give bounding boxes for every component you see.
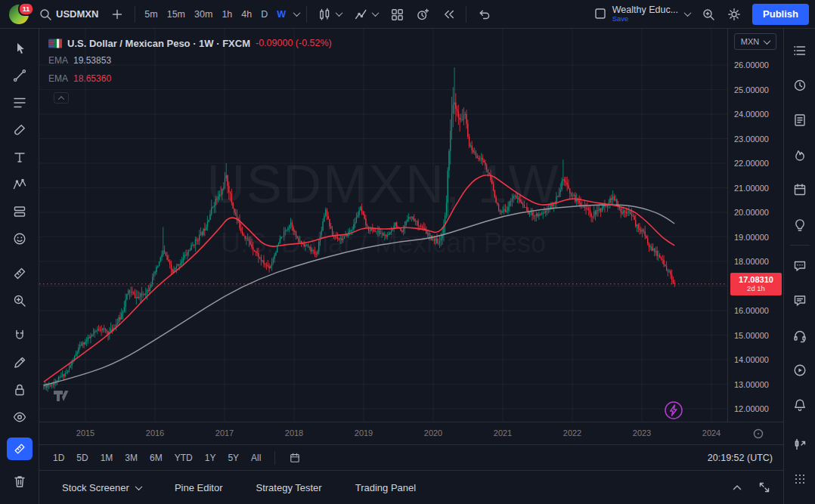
trend-line-tool-button[interactable] xyxy=(6,62,33,89)
target-icon xyxy=(751,427,765,441)
sidebar-item-ideas[interactable] xyxy=(786,207,814,242)
indicator-row[interactable]: EMA 18.65360 xyxy=(48,70,332,88)
undo-button[interactable] xyxy=(472,4,496,25)
chart-plot[interactable]: USDMXN, 1W U.S. Dollar / Mexican Peso xyxy=(39,29,727,422)
create-alert-button[interactable] xyxy=(411,4,435,25)
sidebar-item-watchlist[interactable] xyxy=(786,33,814,68)
symbol-label: USDMXN xyxy=(56,8,98,20)
zoom-in-icon xyxy=(12,293,27,308)
sidebar-item-notifications[interactable] xyxy=(786,388,814,422)
brush-tool-button[interactable] xyxy=(6,116,33,144)
panel-collapse-button[interactable] xyxy=(730,481,744,494)
range-button-3m[interactable]: 3M xyxy=(120,450,142,465)
indicator-row[interactable]: EMA 19.53853 xyxy=(48,51,332,70)
legend-title-row[interactable]: U.S. Dollar / Mexican Peso · 1W · FXCM -… xyxy=(48,35,332,51)
account-menu-button[interactable]: 11 xyxy=(6,3,32,26)
grid-lines xyxy=(39,29,727,422)
tab-strategy-tester[interactable]: Strategy Tester xyxy=(256,482,321,493)
layout-select[interactable]: Wealthy Educ... Save xyxy=(589,3,695,25)
xabcd-pattern-icon xyxy=(12,177,27,192)
publish-button[interactable]: Publish xyxy=(752,4,809,25)
compare-add-symbol-button[interactable] xyxy=(105,4,129,25)
emoji-tool-button[interactable] xyxy=(6,225,33,252)
interval-button-15m[interactable]: 15m xyxy=(163,6,189,23)
chevron-up-icon xyxy=(730,481,744,494)
interval-group: 5m 15m 30m 1h 4h D W xyxy=(141,6,301,23)
sidebar-item-news[interactable] xyxy=(786,103,814,138)
interval-button-5m[interactable]: 5m xyxy=(141,6,161,23)
range-button-1m[interactable]: 1M xyxy=(96,450,118,465)
dots-grid-icon xyxy=(792,472,807,487)
save-layout-label[interactable]: Save xyxy=(612,15,629,23)
sidebar-item-analyze[interactable] xyxy=(786,427,814,462)
price-tick: 18.00000 xyxy=(734,256,769,267)
price-tick: 20.00000 xyxy=(734,207,769,218)
drawing-mode-button[interactable] xyxy=(6,349,33,376)
interval-button-w[interactable]: W xyxy=(273,6,290,23)
sidebar-item-alerts[interactable] xyxy=(786,68,814,103)
chart-type-button[interactable] xyxy=(312,4,347,25)
range-button-all[interactable]: All xyxy=(246,450,265,465)
pattern-tool-button[interactable] xyxy=(6,171,33,198)
quick-search-button[interactable] xyxy=(696,4,720,25)
toolbar-divider xyxy=(306,6,307,23)
multichart-layout-button[interactable] xyxy=(385,4,409,25)
clock-label[interactable]: 20:19:52 (UTC) xyxy=(708,453,776,463)
scale-settings-button[interactable] xyxy=(751,427,765,441)
range-button-ytd[interactable]: YTD xyxy=(170,450,197,465)
go-to-date-button[interactable] xyxy=(284,450,305,466)
interval-button-1h[interactable]: 1h xyxy=(218,6,236,23)
legend-collapse-button[interactable] xyxy=(54,92,69,104)
candle-arrow-icon xyxy=(792,437,807,452)
range-button-5d[interactable]: 5D xyxy=(72,450,92,465)
currency-toggle-button[interactable]: MXN xyxy=(734,33,776,50)
range-button-1d[interactable]: 1D xyxy=(48,450,69,465)
settings-button[interactable] xyxy=(722,4,746,25)
sidebar-item-hotlists[interactable] xyxy=(786,138,814,172)
indicator-name: EMA xyxy=(48,55,68,66)
market-status-icon[interactable] xyxy=(664,400,683,420)
tab-trading-panel[interactable]: Trading Panel xyxy=(355,482,416,493)
sidebar-item-support[interactable] xyxy=(786,318,814,353)
bar-replay-button[interactable] xyxy=(436,4,460,25)
panel-maximize-button[interactable] xyxy=(758,481,771,494)
price-tick: 14.00000 xyxy=(734,354,769,365)
chart-canvas[interactable] xyxy=(39,29,727,422)
interval-button-d[interactable]: D xyxy=(257,6,271,23)
smiley-icon xyxy=(12,231,27,246)
indicators-button[interactable] xyxy=(349,4,383,25)
tab-stock-screener[interactable]: Stock Screener xyxy=(62,482,141,493)
zoom-tool-button[interactable] xyxy=(6,287,33,314)
text-tool-button[interactable] xyxy=(6,144,33,171)
brush-icon xyxy=(12,122,27,138)
price-tick: 24.00000 xyxy=(734,109,769,119)
interval-button-4h[interactable]: 4h xyxy=(237,6,256,23)
sidebar-item-comments[interactable] xyxy=(786,283,814,318)
active-tool-button[interactable] xyxy=(7,438,33,460)
interval-menu-button[interactable] xyxy=(291,8,301,20)
symbol-search-button[interactable]: USDMXN xyxy=(33,4,104,25)
lock-drawings-button[interactable] xyxy=(6,376,33,404)
time-axis[interactable]: 2015201620172018201920202021202220232024 xyxy=(39,422,783,444)
text-icon xyxy=(12,150,27,165)
interval-button-30m[interactable]: 30m xyxy=(191,6,216,23)
sidebar-item-calendar[interactable] xyxy=(786,172,814,207)
position-tool-button[interactable] xyxy=(6,198,33,225)
magnet-mode-button[interactable] xyxy=(6,322,33,349)
price-scale[interactable]: MXN 12.0000013.0000014.0000015.0000016.0… xyxy=(727,29,783,422)
hide-drawings-button[interactable] xyxy=(6,404,33,431)
range-button-1y[interactable]: 1Y xyxy=(200,450,221,465)
sidebar-item-more[interactable] xyxy=(786,462,814,496)
cursor-tool-button[interactable] xyxy=(6,35,33,62)
indicator-value: 19.53853 xyxy=(73,55,111,66)
remove-drawings-button[interactable] xyxy=(6,468,33,495)
sidebar-item-chats[interactable] xyxy=(786,249,814,283)
tradingview-logo[interactable] xyxy=(50,388,73,405)
sidebar-item-streams[interactable] xyxy=(786,353,814,388)
range-button-5y[interactable]: 5Y xyxy=(223,450,243,465)
tab-pine-editor[interactable]: Pine Editor xyxy=(175,482,223,493)
fib-retracement-tool-button[interactable] xyxy=(6,89,33,116)
calendar-icon xyxy=(792,182,807,197)
measure-tool-button[interactable] xyxy=(6,260,33,287)
range-button-6m[interactable]: 6M xyxy=(145,450,167,465)
